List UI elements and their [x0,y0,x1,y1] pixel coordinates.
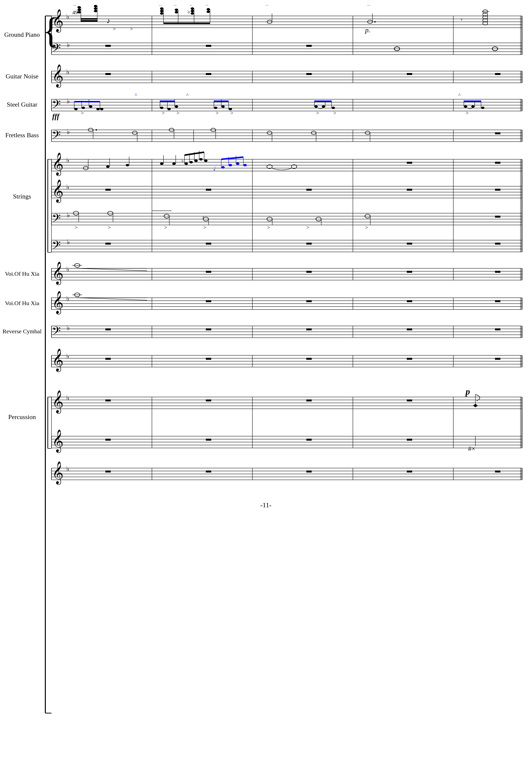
svg-rect-468 [105,439,111,441]
svg-text:>: > [108,224,111,230]
dynamic-p-perc: p [465,387,470,397]
svg-rect-407 [105,328,111,330]
svg-rect-389 [206,300,211,302]
page-number: -11- [260,501,272,509]
svg-point-130 [160,107,163,109]
svg-text:♭: ♭ [66,352,69,360]
accent-3: > [130,26,133,32]
svg-point-52 [374,21,376,23]
guitar-noise-label: Guitar Noise [6,73,38,80]
svg-rect-495 [306,471,312,472]
svg-rect-367 [206,271,211,273]
svg-point-126 [100,108,103,110]
svg-point-141 [214,107,217,109]
svg-text:^: ^ [186,92,189,98]
svg-rect-470 [306,439,312,441]
voi-hu-xia-2-label: Voi.Of Hu Xia [5,300,39,306]
svg-rect-392 [495,300,500,302]
svg-point-222 [160,162,163,165]
svg-text:♭: ♭ [67,41,70,49]
bass-clef-gp: 𝄢 [52,42,61,57]
svg-rect-270 [495,189,500,191]
measure-49: 49 [72,9,78,15]
svg-point-123 [89,105,92,108]
svg-rect-100 [105,73,111,75]
svg-rect-326 [407,243,412,245]
svg-rect-323 [105,243,111,245]
svg-text:𝄞: 𝄞 [52,291,63,315]
dynamic-fff: fff [52,112,60,120]
svg-text:^: ^ [266,5,268,8]
svg-text:𝄢: 𝄢 [52,212,61,227]
svg-point-160 [471,105,475,108]
svg-text:♭: ♭ [67,238,70,246]
svg-point-125 [96,108,100,110]
svg-rect-497 [495,471,500,472]
svg-rect-426 [105,358,111,360]
svg-rect-471 [407,439,412,441]
svg-point-218 [106,165,110,168]
svg-rect-428 [306,358,312,360]
svg-text:♭: ♭ [67,211,70,219]
svg-rect-269 [407,189,412,191]
svg-rect-410 [407,328,412,330]
svg-point-220 [126,164,129,166]
accent-1: ^ [74,5,76,8]
svg-rect-250 [407,162,412,164]
svg-point-229 [194,160,198,162]
svg-text:𝄢: 𝄢 [52,98,61,113]
treble-clef-gp: 𝄞 [52,9,63,33]
svg-text:^: ^ [368,5,370,8]
svg-rect-198 [495,132,500,134]
svg-rect-451 [407,399,412,401]
svg-text:^: ^ [174,5,176,8]
svg-text:𝄞: 𝄞 [52,64,63,88]
svg-rect-369 [407,271,412,273]
svg-text:𝄢: 𝄢 [52,239,61,254]
svg-point-26 [160,12,163,15]
svg-rect-266 [105,189,111,191]
svg-text:♭: ♭ [66,295,69,302]
svg-point-134 [175,105,178,108]
percussion-label: Percussion [8,413,36,421]
svg-point-21 [94,7,97,10]
svg-point-20 [94,10,97,12]
svg-text:>: > [333,110,336,116]
svg-point-119 [74,108,78,110]
svg-text:>: > [267,224,270,230]
svg-rect-449 [206,399,211,401]
svg-text:♭: ♭ [66,465,69,473]
svg-rect-251 [495,162,500,164]
svg-point-184 [96,129,97,131]
svg-text:𝄢: 𝄢 [52,325,61,340]
svg-text:♭: ♭ [66,394,69,402]
svg-rect-450 [306,399,312,401]
svg-rect-102 [306,73,312,75]
svg-point-16 [77,11,81,13]
svg-point-38 [191,10,194,12]
svg-rect-308 [495,216,500,218]
svg-point-239 [221,166,225,169]
svg-rect-408 [206,328,211,330]
strings-label: Strings [13,193,31,200]
svg-rect-448 [105,399,111,401]
svg-rect-103 [407,73,412,75]
svg-point-18 [77,6,81,9]
svg-rect-327 [495,243,500,245]
svg-point-151 [322,105,325,108]
svg-rect-82 [206,45,211,47]
svg-point-32 [175,9,178,11]
svg-rect-268 [306,189,312,191]
dynamic-p-gp: p. [365,26,370,34]
svg-text:♭: ♭ [187,9,190,15]
svg-text:>: > [164,224,167,230]
steel-guitar-label: Steel Guitar [7,101,37,108]
svg-point-163 [481,107,484,109]
svg-text:𝄞: 𝄞 [52,461,63,485]
svg-rect-0 [0,5,532,769]
svg-text:>: > [230,110,233,116]
svg-rect-469 [206,439,211,441]
fretless-bass-label: Fretless Bass [5,132,39,139]
svg-rect-325 [306,243,312,245]
svg-text:♭: ♭ [66,156,69,164]
